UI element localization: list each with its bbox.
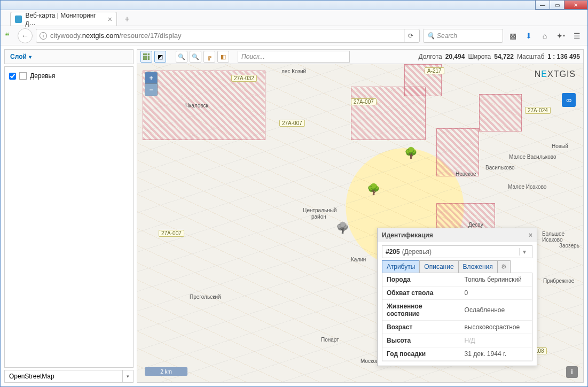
attr-key: Обхват ствола xyxy=(382,287,460,300)
identity-icon[interactable]: i xyxy=(40,32,47,40)
layer-tree: Деревья xyxy=(4,66,134,368)
tab-close-icon[interactable]: × xyxy=(108,15,112,24)
url-bar[interactable]: i citywoody.nextgis.com/resource/17/disp… xyxy=(36,29,420,43)
minimize-button[interactable]: — xyxy=(535,0,550,10)
attribute-row: Жизненное состояниеОслабленное xyxy=(382,300,532,321)
attribute-row: Обхват ствола0 xyxy=(382,287,532,300)
tree-marker-icon[interactable]: 🌳 xyxy=(336,221,349,234)
map-search-placeholder: Поиск... xyxy=(241,53,265,60)
tab-description[interactable]: Описание xyxy=(419,260,458,273)
place-label: Большое Исаково xyxy=(542,231,583,243)
zoom-in-icon[interactable]: 🔍 xyxy=(176,51,187,63)
zoom-out-button[interactable]: − xyxy=(145,84,157,96)
search-bar[interactable]: 🔍 Search xyxy=(423,29,503,43)
place-label: Центральный xyxy=(303,207,337,213)
place-label: Новый xyxy=(552,143,568,149)
extension-icon[interactable]: ▩ xyxy=(506,29,519,42)
back-button[interactable]: ← xyxy=(18,28,33,43)
info-button[interactable]: i xyxy=(566,366,578,378)
identify-feature-select[interactable]: #205 (Деревья) ▾ xyxy=(382,245,532,258)
basemap-select[interactable]: OpenStreetMap ▾ xyxy=(4,370,134,383)
place-label: Прибрежное xyxy=(543,278,574,284)
basemap-label: OpenStreetMap xyxy=(5,373,122,380)
zone-polygon xyxy=(479,94,522,131)
grid-icon xyxy=(143,53,150,60)
attr-value: Н/Д xyxy=(460,334,532,347)
place-label: Понарт xyxy=(321,337,339,343)
browser-navbar: ❝ ← i citywoody.nextgis.com/resource/17/… xyxy=(1,26,587,45)
browser-tab[interactable]: Веб-карта | Мониторинг д… × xyxy=(10,12,117,26)
road-shield: 27А-024 xyxy=(525,107,551,114)
place-label: Прегольский xyxy=(190,294,221,300)
home-icon[interactable]: ⌂ xyxy=(538,29,551,42)
close-button[interactable]: ✕ xyxy=(564,0,587,10)
tab-attributes[interactable]: Атрибуты xyxy=(382,260,420,273)
measure-area-icon[interactable]: ◧ xyxy=(217,51,229,63)
search-icon: 🔍 xyxy=(427,32,435,40)
road-shield: 27А-007 xyxy=(279,120,305,127)
share-button[interactable]: ∞ xyxy=(562,93,576,107)
measure-line-icon[interactable]: ╔ xyxy=(203,51,215,63)
zoom-in-button[interactable]: + xyxy=(145,72,157,84)
reload-button[interactable]: ⟳ xyxy=(404,29,416,42)
attr-key: Год посадки xyxy=(382,347,460,361)
tab-settings[interactable]: ⚙ xyxy=(497,260,511,273)
place-label: Калин xyxy=(351,257,366,262)
tab-attachments[interactable]: Вложения xyxy=(458,260,498,273)
layers-panel-title: Слой xyxy=(10,53,27,60)
road-shield: А-217 xyxy=(425,67,444,74)
layers-panel-header[interactable]: Слой xyxy=(4,49,134,64)
attr-key: Жизненное состояние xyxy=(382,300,460,321)
chevron-down-icon xyxy=(29,53,32,60)
zoom-control: + − xyxy=(145,72,158,96)
scale-bar: 2 km xyxy=(145,367,187,376)
sidebar: Слой Деревья OpenStreetMap ▾ xyxy=(4,49,134,383)
attr-value: Тополь берлинский xyxy=(460,273,532,287)
app-row: Слой Деревья OpenStreetMap ▾ xyxy=(1,46,587,386)
tool-identify-button[interactable]: ◩ xyxy=(154,51,166,63)
attribute-row: ПородаТополь берлинский xyxy=(382,273,532,287)
identify-popup: Идентификация × #205 (Деревья) ▾ Атрибут… xyxy=(377,228,537,366)
maximize-button[interactable]: ▭ xyxy=(550,0,565,10)
tree-marker-icon[interactable]: 🌳 xyxy=(367,183,380,196)
place-label: Малое Исаково xyxy=(508,184,546,190)
gear-icon: ⚙ xyxy=(501,263,507,270)
map-panel: ◩ 🔍 🔍 ╔ ◧ Поиск... Долгота 20,494 Широта… xyxy=(137,49,584,383)
attr-key: Порода xyxy=(382,273,460,287)
chevron-down-icon[interactable]: ▾ xyxy=(519,248,529,256)
identify-attributes-table: ПородаТополь берлинскийОбхват ствола0Жиз… xyxy=(382,273,532,361)
attribute-row: Возраствысоковосрастное xyxy=(382,321,532,334)
url-text: citywoody.nextgis.com/resource/17/displa… xyxy=(50,32,401,40)
layer-visibility-checkbox[interactable] xyxy=(9,73,16,80)
zoom-out-icon[interactable]: 🔍 xyxy=(190,51,201,63)
feature-layer: (Деревья) xyxy=(402,248,432,256)
attr-value: 0 xyxy=(460,287,532,300)
firefox-flame-icon: ❝ xyxy=(5,31,14,41)
chevron-down-icon[interactable]: ▾ xyxy=(122,370,133,382)
layer-tree-item[interactable]: Деревья xyxy=(9,71,129,81)
menu-icon[interactable]: ☰ xyxy=(570,29,583,42)
addon-icon[interactable]: ✦▾ xyxy=(554,29,567,42)
road-shield: 27А-007 xyxy=(351,98,377,105)
share-icon: ∞ xyxy=(566,96,571,104)
downloads-icon[interactable]: ⬇ xyxy=(522,29,535,42)
close-icon[interactable]: × xyxy=(529,231,532,239)
tool-layers-button[interactable] xyxy=(140,51,152,63)
window-controls: — ▭ ✕ xyxy=(536,0,587,10)
window-frame: — ▭ ✕ Веб-карта | Мониторинг д… × + ❝ ← … xyxy=(0,0,588,387)
road-shield: 27А-032 xyxy=(231,75,257,82)
app-content: Слой Деревья OpenStreetMap ▾ xyxy=(1,46,587,386)
attr-key: Возраст xyxy=(382,321,460,334)
identify-header[interactable]: Идентификация × xyxy=(378,228,537,242)
new-tab-button[interactable]: + xyxy=(120,13,134,26)
tree-marker-icon[interactable]: 🌳 xyxy=(404,146,418,159)
map-canvas[interactable]: лес КозийЧкаловскЦентральныйрайонКалинПр… xyxy=(137,64,584,383)
place-label: район xyxy=(311,214,326,220)
place-label: Васильково xyxy=(485,165,515,171)
place-label: Чкаловск xyxy=(185,103,208,109)
attr-key: Высота xyxy=(382,334,460,347)
place-label: Невское xyxy=(456,171,476,177)
map-search-input[interactable]: Поиск... xyxy=(238,51,350,63)
place-label: Десау xyxy=(468,222,483,228)
place-label: лес Козий xyxy=(281,68,306,74)
